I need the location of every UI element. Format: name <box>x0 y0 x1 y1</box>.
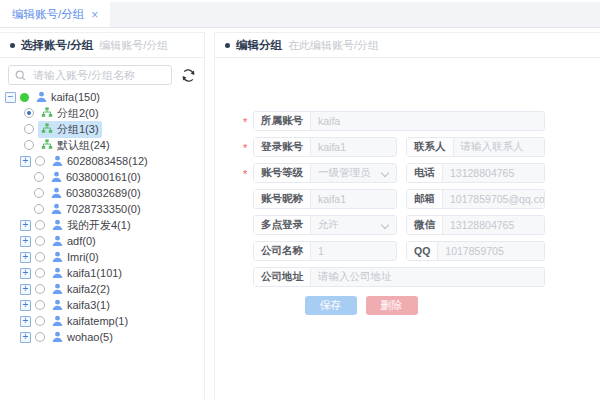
search-box[interactable] <box>8 65 172 85</box>
radio-button[interactable] <box>35 220 45 230</box>
expand-plus-icon[interactable]: + <box>20 252 31 263</box>
radio-button[interactable] <box>34 172 44 182</box>
tree-item-label[interactable]: 我的开发4(1) <box>67 218 131 233</box>
field-input[interactable]: kaifa <box>311 112 544 130</box>
radio-button[interactable] <box>34 204 44 214</box>
field-input[interactable]: 请输入联系人 <box>454 138 545 156</box>
tree-item[interactable]: +6028083458(12) <box>0 153 204 169</box>
tree-item[interactable]: +Imri(0) <box>0 249 204 265</box>
tree-item-content[interactable]: 分组2(0) <box>38 105 102 122</box>
field-label: 公司地址 <box>254 268 311 286</box>
tree-item[interactable]: +kaifa2(2) <box>0 281 204 297</box>
tree-item-content[interactable]: wohao(5) <box>49 330 116 344</box>
expand-plus-icon[interactable]: + <box>20 156 31 167</box>
tree-item-label[interactable]: kaifatemp(1) <box>67 315 128 327</box>
tree-item[interactable]: 分组1(3) <box>0 121 204 137</box>
field-input[interactable]: 1017859705 <box>438 242 544 260</box>
radio-button[interactable] <box>35 252 45 262</box>
field-input[interactable]: 1017859705@qq.com <box>443 190 544 208</box>
tree-item-content[interactable]: adf(0) <box>49 234 99 248</box>
tree-item-content[interactable]: Imri(0) <box>49 250 102 264</box>
tree-item-content[interactable]: kaifa1(101) <box>49 266 125 280</box>
required-asterisk: * <box>243 142 247 154</box>
tree-item[interactable]: +我的开发4(1) <box>0 217 204 233</box>
tree-item-content[interactable]: 7028733350(0) <box>48 202 144 216</box>
tree-item-label[interactable]: 6028083458(12) <box>67 155 148 167</box>
delete-button[interactable]: 删除 <box>366 296 418 315</box>
tree-item-label[interactable]: 分组1(3) <box>57 122 99 137</box>
tree-item-content[interactable]: 6038032689(0) <box>48 186 144 200</box>
right-panel-header: 编辑分组 在此编辑账号/分组 <box>215 33 600 58</box>
refresh-icon[interactable] <box>181 68 196 83</box>
tree-item[interactable]: +wohao(5) <box>0 329 204 345</box>
tree-item-content[interactable]: 6028083458(12) <box>49 154 151 168</box>
tree-item-label[interactable]: Imri(0) <box>67 251 99 263</box>
radio-button[interactable] <box>35 156 45 166</box>
expand-plus-icon[interactable]: + <box>20 236 31 247</box>
radio-button[interactable] <box>24 140 34 150</box>
tree-item[interactable]: 6038032689(0) <box>0 185 204 201</box>
field-select[interactable]: 允许 <box>311 216 396 234</box>
field-input[interactable]: 请输入公司地址 <box>311 268 544 286</box>
form-field: 多点登录允许 <box>253 215 397 235</box>
tree-item-label[interactable]: kaifa3(1) <box>67 299 110 311</box>
tree-item-content[interactable]: kaifa(150) <box>33 90 103 104</box>
tree-item-content[interactable]: kaifatemp(1) <box>49 314 131 328</box>
expand-plus-icon[interactable]: + <box>20 268 31 279</box>
tree-item[interactable]: 6038000161(0) <box>0 169 204 185</box>
expand-plus-icon[interactable]: + <box>20 300 31 311</box>
field-input[interactable]: kaifa1 <box>311 138 396 156</box>
tree-item-content[interactable]: 分组1(3) <box>38 121 102 138</box>
tree-item-content[interactable]: kaifa2(2) <box>49 282 113 296</box>
tree-item-label[interactable]: kaifa2(2) <box>67 283 110 295</box>
tree-item[interactable]: +kaifa1(101) <box>0 265 204 281</box>
expand-plus-icon[interactable]: + <box>20 332 31 343</box>
field-select[interactable]: 一级管理员 <box>311 164 396 182</box>
tree-item-label[interactable]: kaifa1(101) <box>67 267 122 279</box>
collapse-minus-icon[interactable]: − <box>5 92 16 103</box>
tree-item-content[interactable]: 我的开发4(1) <box>49 217 134 234</box>
tree-item-content[interactable]: 默认组(24) <box>38 137 113 154</box>
tree-item[interactable]: +adf(0) <box>0 233 204 249</box>
tree-item[interactable]: +kaifatemp(1) <box>0 313 204 329</box>
tree-item-label[interactable]: kaifa(150) <box>51 91 100 103</box>
tree-item-label[interactable]: wohao(5) <box>67 331 113 343</box>
tree-item-label[interactable]: 分组2(0) <box>57 106 99 121</box>
radio-button[interactable] <box>35 300 45 310</box>
radio-button[interactable] <box>34 188 44 198</box>
tree-item[interactable]: +kaifa3(1) <box>0 297 204 313</box>
radio-button[interactable] <box>35 236 45 246</box>
tree-item-label[interactable]: 默认组(24) <box>57 138 110 153</box>
tree-item-label[interactable]: 6038000161(0) <box>66 171 141 183</box>
tree-item-label[interactable]: adf(0) <box>67 235 96 247</box>
expand-plus-icon[interactable]: + <box>20 284 31 295</box>
radio-button[interactable] <box>35 332 45 342</box>
person-icon <box>51 171 62 183</box>
radio-button[interactable] <box>24 108 34 118</box>
tree-item[interactable]: 默认组(24) <box>0 137 204 153</box>
radio-button[interactable] <box>35 316 45 326</box>
field-input[interactable]: kaifa1 <box>311 190 396 208</box>
tab-edit-account-group[interactable]: 编辑账号/分组 × <box>0 2 110 27</box>
tree-item[interactable]: 分组2(0) <box>0 105 204 121</box>
tree-item[interactable]: −kaifa(150) <box>0 89 204 105</box>
field-input[interactable]: 1 <box>311 242 396 260</box>
tree-item-content[interactable]: 6038000161(0) <box>48 170 144 184</box>
field-input[interactable]: 13128804765 <box>443 164 544 182</box>
radio-button[interactable] <box>24 124 34 134</box>
person-icon <box>52 267 63 279</box>
tree-item-content[interactable]: kaifa3(1) <box>49 298 113 312</box>
person-icon <box>52 235 63 247</box>
account-group-tree-panel: 选择账号/分组 编辑账号/分组 −kaifa(150)分组2(0)分组1(3)默… <box>0 32 205 399</box>
field-input[interactable]: 13128804765 <box>443 216 544 234</box>
save-button[interactable]: 保存 <box>305 296 357 315</box>
search-input[interactable] <box>31 68 165 82</box>
expand-plus-icon[interactable]: + <box>20 220 31 231</box>
tree-item-label[interactable]: 7028733350(0) <box>66 203 141 215</box>
tree-item-label[interactable]: 6038032689(0) <box>66 187 141 199</box>
radio-button[interactable] <box>35 268 45 278</box>
expand-plus-icon[interactable]: + <box>20 316 31 327</box>
radio-button[interactable] <box>35 284 45 294</box>
close-icon[interactable]: × <box>91 9 98 21</box>
tree-item[interactable]: 7028733350(0) <box>0 201 204 217</box>
